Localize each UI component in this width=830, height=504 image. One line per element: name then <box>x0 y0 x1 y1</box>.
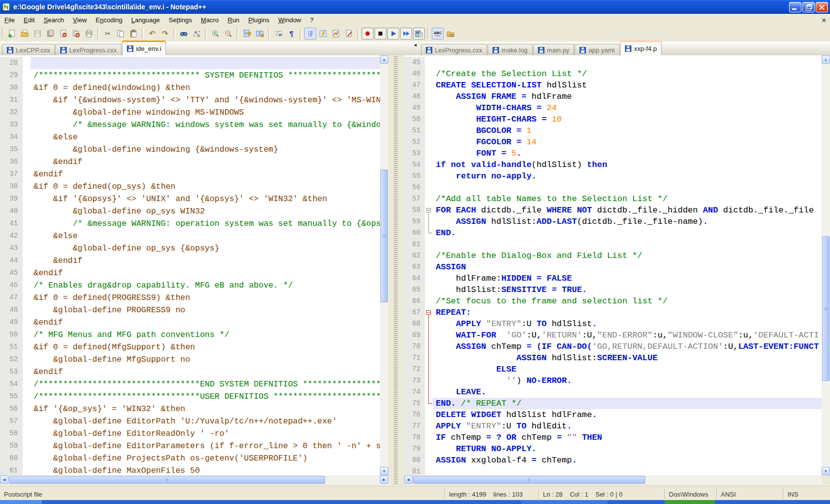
status-encoding[interactable]: ANSI <box>716 488 783 499</box>
tab-lexcpp-cxx[interactable]: LexCPP.cxx <box>2 44 55 55</box>
taskbar-button[interactable] <box>0 500 42 504</box>
copy-icon[interactable] <box>115 28 126 40</box>
fold-margin <box>23 440 31 452</box>
show-all-characters-icon[interactable]: ¶ <box>286 28 297 40</box>
left-vertical-scrollbar[interactable]: ▲ ▼ <box>380 55 388 475</box>
taskbar-button[interactable] <box>664 500 715 504</box>
new-file-icon[interactable] <box>6 28 18 40</box>
menu-item-language[interactable]: Language <box>127 15 165 25</box>
sync-horizontal-icon[interactable] <box>254 28 266 40</box>
scroll-down-icon[interactable]: ▼ <box>822 467 830 475</box>
fold-marker-icon[interactable] <box>425 364 433 375</box>
tab-lexprogress-cxx[interactable]: LexProgress.cxx <box>55 44 122 55</box>
editor-pane-left[interactable]: 2829/********************************* S… <box>0 55 388 484</box>
right-hscroll-thumb[interactable] <box>413 476 645 484</box>
macro-save-icon[interactable] <box>413 28 425 40</box>
close-button[interactable] <box>816 2 828 12</box>
tab-xxp-f4-p[interactable]: xxp-f4.p <box>620 41 662 55</box>
find-icon[interactable] <box>178 28 190 40</box>
open-containing-folder-icon[interactable] <box>445 28 456 40</box>
right-vscroll-thumb[interactable] <box>822 236 830 381</box>
menu-item-plugins[interactable]: Plugins <box>244 15 274 25</box>
indent-guide-icon[interactable] <box>304 28 316 40</box>
fold-marker-icon[interactable] <box>425 398 433 409</box>
menu-item-settings[interactable]: Settings <box>165 15 197 25</box>
minimize-button[interactable] <box>789 2 801 12</box>
fold-marker-icon[interactable] <box>425 341 433 352</box>
fold-marker-icon[interactable] <box>425 318 433 330</box>
line-number: 54 <box>0 378 23 390</box>
fold-margin <box>23 292 31 304</box>
tab-main-py[interactable]: main.py <box>533 44 575 55</box>
restore-button[interactable] <box>802 2 815 12</box>
fold-margin <box>425 148 433 159</box>
left-hscroll-thumb[interactable] <box>9 476 325 484</box>
fold-marker-icon[interactable] <box>425 330 433 341</box>
save-icon[interactable] <box>32 28 43 40</box>
macro-stop-icon[interactable] <box>374 28 386 40</box>
pane-splitter[interactable] <box>388 55 404 484</box>
tab-lexprogress-cxx[interactable]: LexProgress.cxx <box>421 44 487 55</box>
menu-item-macro[interactable]: Macro <box>197 15 223 25</box>
replace-icon[interactable]: ab <box>191 28 203 40</box>
word-wrap-icon[interactable] <box>273 28 285 40</box>
tab-app-yaml[interactable]: app.yaml <box>575 44 620 55</box>
code-line: 34 &else <box>0 131 380 143</box>
fold-marker-icon[interactable] <box>425 375 433 386</box>
function-list-icon[interactable] <box>343 28 355 40</box>
shortcut-mapper-icon[interactable] <box>317 28 329 40</box>
close-document-icon[interactable]: × <box>822 16 826 24</box>
fold-marker-icon[interactable] <box>425 352 433 364</box>
zoom-out-icon[interactable] <box>222 28 234 40</box>
fold-marker-icon[interactable] <box>425 227 433 239</box>
document-map-icon[interactable] <box>330 28 342 40</box>
status-eol-format[interactable]: Dos\Windows <box>664 488 716 499</box>
close-doc-icon[interactable] <box>57 28 69 40</box>
tab-ide-env-i[interactable]: ide_env.i <box>122 41 166 55</box>
editor-pane-right[interactable]: 4546/*Create the Selection List */47CREA… <box>404 55 830 484</box>
taskbar-button[interactable] <box>521 500 608 504</box>
save-all-icon[interactable] <box>44 28 56 40</box>
macro-record-icon[interactable] <box>362 28 374 40</box>
toolbar-drag-handle-icon[interactable] <box>1 28 3 40</box>
left-vscroll-thumb[interactable] <box>380 169 388 302</box>
menu-item-view[interactable]: View <box>69 15 91 25</box>
scroll-down-icon[interactable]: ▼ <box>380 467 388 475</box>
open-folder-icon[interactable] <box>19 28 31 40</box>
fold-marker-icon[interactable] <box>425 205 433 216</box>
scroll-left-icon[interactable]: ◀ <box>404 475 413 484</box>
fold-marker-icon[interactable] <box>425 386 433 398</box>
left-horizontal-scrollbar[interactable]: ◀ ▶ <box>0 475 388 484</box>
tab-make-log[interactable]: make.log <box>488 44 533 55</box>
fold-margin <box>23 168 31 180</box>
right-horizontal-scrollbar[interactable]: ◀ ▶ <box>404 475 830 484</box>
menu-item-edit[interactable]: Edit <box>19 15 39 25</box>
sync-vertical-icon[interactable] <box>241 28 253 40</box>
paste-icon[interactable] <box>127 28 139 40</box>
close-all-docs-icon[interactable] <box>70 28 82 40</box>
menu-item-run[interactable]: Run <box>223 15 244 25</box>
menu-item-window[interactable]: Window <box>274 15 305 25</box>
print-icon[interactable] <box>83 28 95 40</box>
menu-item-file[interactable]: File <box>0 15 19 25</box>
spell-check-icon[interactable]: ABC <box>432 28 444 40</box>
scroll-left-icon[interactable]: ◀ <box>0 475 8 484</box>
fold-margin <box>23 119 31 131</box>
scroll-up-icon[interactable]: ▲ <box>380 55 388 64</box>
cut-icon[interactable]: ✂ <box>102 28 114 40</box>
fold-marker-icon[interactable] <box>425 307 433 318</box>
redo-icon[interactable]: ↷ <box>159 28 171 40</box>
menu-item-help[interactable]: ? <box>306 15 318 25</box>
menu-item-encoding[interactable]: Encoding <box>91 15 127 25</box>
scroll-right-icon[interactable]: ▶ <box>380 475 388 484</box>
code-line: 29/********************************* SYS… <box>0 69 380 82</box>
scroll-up-icon[interactable]: ▲ <box>822 55 830 64</box>
status-typing-mode[interactable]: INS <box>783 488 830 499</box>
macro-play-icon[interactable] <box>387 28 399 40</box>
undo-icon[interactable]: ↶ <box>146 28 158 40</box>
zoom-in-icon[interactable] <box>209 28 221 40</box>
macro-run-multiple-icon[interactable] <box>400 28 412 40</box>
fold-marker-icon[interactable] <box>425 216 433 227</box>
menu-item-search[interactable]: Search <box>39 15 68 25</box>
right-vertical-scrollbar[interactable]: ▲ ▼ <box>822 55 830 475</box>
